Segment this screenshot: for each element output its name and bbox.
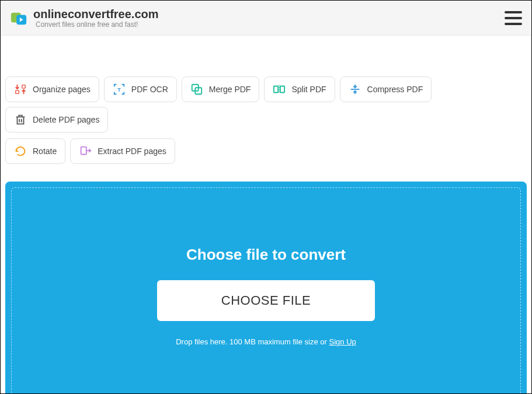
tagline: Convert files online free and fast! bbox=[36, 20, 159, 29]
svg-rect-8 bbox=[280, 86, 284, 93]
delete-pdf-pages-button[interactable]: Delete PDF pages bbox=[5, 107, 108, 133]
pdf-ocr-button[interactable]: T PDF OCR bbox=[104, 76, 177, 102]
brand[interactable]: onlineconvertfree.com Convert files onli… bbox=[10, 8, 159, 29]
hamburger-menu-icon[interactable] bbox=[505, 11, 522, 25]
compress-icon bbox=[349, 83, 361, 96]
tool-label: Compress PDF bbox=[367, 85, 423, 94]
tool-label: Merge PDF bbox=[209, 85, 251, 94]
compress-pdf-button[interactable]: Compress PDF bbox=[340, 76, 432, 102]
site-name: onlineconvertfree.com bbox=[33, 8, 159, 20]
dropzone-hint: Drop files here. 100 MB maximum file siz… bbox=[176, 337, 356, 346]
dropzone-title: Choose file to convert bbox=[186, 246, 346, 264]
rotate-icon bbox=[14, 145, 27, 158]
tool-label: Delete PDF pages bbox=[33, 115, 99, 124]
organize-icon bbox=[14, 83, 27, 96]
organize-pages-button[interactable]: Organize pages bbox=[5, 76, 99, 102]
tool-section: Organize pages T PDF OCR Merge PDF Split… bbox=[1, 36, 531, 164]
dropzone[interactable]: Choose file to convert CHOOSE FILE Drop … bbox=[5, 182, 527, 394]
hint-text: Drop files here. 100 MB maximum file siz… bbox=[176, 337, 329, 346]
rotate-button[interactable]: Rotate bbox=[5, 138, 65, 164]
svg-rect-2 bbox=[16, 90, 19, 94]
split-icon bbox=[273, 83, 286, 96]
tool-label: Split PDF bbox=[291, 85, 326, 94]
extract-icon bbox=[79, 145, 92, 158]
svg-rect-7 bbox=[274, 86, 278, 93]
svg-text:T: T bbox=[117, 87, 121, 93]
delete-icon bbox=[14, 113, 27, 126]
tool-label: Organize pages bbox=[33, 85, 91, 94]
header: onlineconvertfree.com Convert files onli… bbox=[1, 1, 531, 36]
ocr-icon: T bbox=[113, 83, 126, 96]
signup-link[interactable]: Sign Up bbox=[329, 337, 356, 346]
split-pdf-button[interactable]: Split PDF bbox=[264, 76, 335, 102]
logo-icon bbox=[10, 9, 27, 27]
dropzone-inner: Choose file to convert CHOOSE FILE Drop … bbox=[11, 187, 521, 394]
tool-label: PDF OCR bbox=[131, 85, 168, 94]
tool-label: Extract PDF pages bbox=[98, 147, 166, 156]
choose-file-button[interactable]: CHOOSE FILE bbox=[157, 280, 375, 321]
tool-label: Rotate bbox=[33, 147, 57, 156]
merge-icon bbox=[190, 83, 203, 96]
svg-rect-3 bbox=[22, 85, 26, 89]
svg-rect-11 bbox=[81, 147, 86, 155]
extract-pdf-pages-button[interactable]: Extract PDF pages bbox=[70, 138, 175, 164]
merge-pdf-button[interactable]: Merge PDF bbox=[182, 76, 260, 102]
